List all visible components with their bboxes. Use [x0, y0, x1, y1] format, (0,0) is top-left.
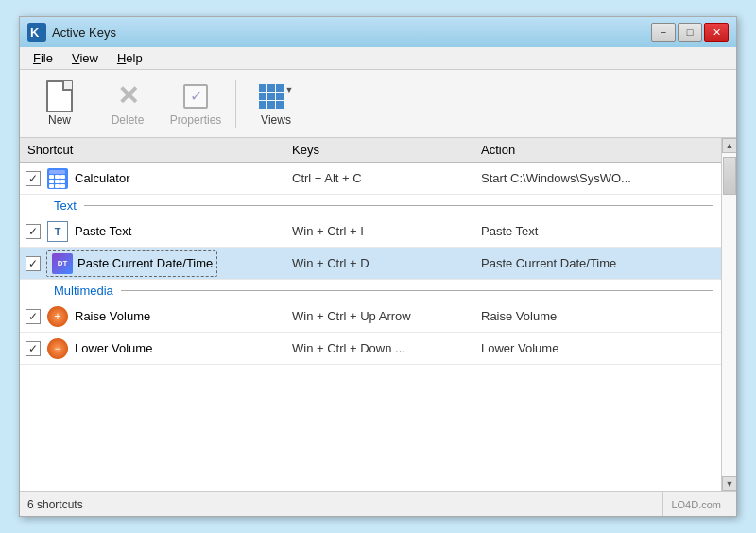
- row-name: Paste Current Date/Time: [77, 256, 213, 270]
- status-watermark: LO4D.com: [663, 499, 729, 510]
- status-count: 6 shortcuts: [27, 492, 663, 516]
- category-label: Text: [54, 198, 77, 213]
- toolbar: New ✕ Delete Properties: [20, 70, 736, 138]
- category-row: Multimedia: [20, 280, 721, 301]
- table-row[interactable]: − Lower Volume Win + Ctrl + Down ... Low…: [20, 333, 721, 365]
- delete-label: Delete: [112, 113, 145, 127]
- raise-volume-icon: +: [46, 305, 69, 328]
- scroll-down-button[interactable]: ▼: [722, 476, 736, 491]
- title-bar-left: K Active Keys: [27, 23, 116, 42]
- row-checkbox[interactable]: [26, 224, 41, 239]
- main-window: K Active Keys − □ ✕ File View Help New ✕: [19, 16, 737, 517]
- properties-icon: [180, 81, 211, 112]
- new-label: New: [48, 113, 71, 127]
- views-icon: ▼: [261, 81, 291, 112]
- category-line: [121, 290, 713, 291]
- calculator-icon: [46, 167, 69, 190]
- col-header-keys: Keys: [284, 138, 473, 162]
- maximize-button[interactable]: □: [678, 23, 702, 42]
- row-shortcut-cell: Calculator: [20, 163, 284, 194]
- title-bar: K Active Keys − □ ✕: [20, 17, 736, 47]
- category-line: [84, 205, 713, 206]
- content-area: Shortcut Keys Action: [20, 138, 736, 491]
- new-button[interactable]: New: [27, 76, 92, 132]
- row-action-cell: Lower Volume: [473, 333, 721, 364]
- menu-bar: File View Help: [20, 47, 736, 70]
- row-keys-cell: Ctrl + Alt + C: [284, 163, 473, 194]
- row-shortcut-cell: DT Paste Current Date/Time: [20, 248, 284, 279]
- views-label: Views: [261, 113, 291, 127]
- row-checkbox[interactable]: [26, 309, 41, 324]
- app-icon: K: [27, 23, 46, 42]
- table-body: Calculator Ctrl + Alt + C Start C:\Windo…: [20, 163, 721, 491]
- row-keys-cell: Win + Ctrl + Up Arrow: [284, 301, 473, 332]
- properties-label: Properties: [170, 113, 222, 127]
- table-header: Shortcut Keys Action: [20, 138, 721, 163]
- menu-help[interactable]: Help: [108, 49, 152, 67]
- row-action-cell: Raise Volume: [473, 301, 721, 332]
- row-checkbox[interactable]: [26, 171, 41, 186]
- row-checkbox[interactable]: [26, 341, 41, 356]
- row-action-cell: Paste Current Date/Time: [473, 248, 721, 279]
- table-row[interactable]: T Paste Text Win + Ctrl + I Paste Text: [20, 215, 721, 248]
- table-row[interactable]: + Raise Volume Win + Ctrl + Up Arrow Rai…: [20, 301, 721, 333]
- scroll-thumb[interactable]: [723, 157, 736, 195]
- row-shortcut-cell: − Lower Volume: [20, 333, 284, 364]
- category-row: Text: [20, 195, 721, 215]
- minimize-button[interactable]: −: [651, 23, 676, 42]
- row-keys-cell: Win + Ctrl + D: [284, 248, 473, 279]
- row-name: Lower Volume: [75, 341, 152, 355]
- scroll-track[interactable]: [722, 153, 736, 476]
- menu-view[interactable]: View: [62, 49, 108, 67]
- table-row[interactable]: Calculator Ctrl + Alt + C Start C:\Windo…: [20, 163, 721, 195]
- row-action-cell: Start C:\Windows\SysWO...: [473, 163, 721, 194]
- col-header-shortcut: Shortcut: [20, 138, 284, 162]
- row-checkbox[interactable]: [26, 256, 41, 271]
- row-shortcut-cell: + Raise Volume: [20, 301, 284, 332]
- properties-button[interactable]: Properties: [163, 76, 228, 132]
- paste-text-icon: T: [46, 220, 69, 243]
- close-button[interactable]: ✕: [704, 23, 729, 42]
- delete-icon: ✕: [112, 81, 143, 112]
- main-panel: Shortcut Keys Action: [20, 138, 721, 491]
- window-controls: − □ ✕: [651, 23, 729, 42]
- toolbar-separator: [235, 80, 236, 128]
- views-button[interactable]: ▼ Views: [244, 76, 308, 132]
- table-row[interactable]: DT Paste Current Date/Time Win + Ctrl + …: [20, 248, 721, 280]
- window-title: Active Keys: [52, 26, 116, 40]
- category-label: Multimedia: [54, 284, 113, 298]
- row-action-cell: Paste Text: [473, 215, 721, 247]
- row-name: Paste Text: [75, 224, 131, 238]
- row-name: Raise Volume: [75, 309, 150, 323]
- svg-text:K: K: [30, 26, 40, 40]
- scrollbar[interactable]: ▲ ▼: [721, 138, 736, 491]
- menu-file[interactable]: File: [24, 49, 62, 67]
- datetime-icon: DT: [51, 252, 74, 275]
- row-keys-cell: Win + Ctrl + I: [284, 215, 473, 247]
- status-bar: 6 shortcuts LO4D.com: [20, 491, 736, 516]
- lower-volume-icon: −: [46, 337, 69, 360]
- row-shortcut-cell: T Paste Text: [20, 215, 284, 247]
- scroll-up-button[interactable]: ▲: [722, 138, 736, 153]
- new-icon: [44, 81, 75, 112]
- delete-button[interactable]: ✕ Delete: [95, 76, 160, 132]
- row-keys-cell: Win + Ctrl + Down ...: [284, 333, 473, 364]
- col-header-action: Action: [473, 138, 721, 162]
- row-name: Calculator: [75, 171, 130, 185]
